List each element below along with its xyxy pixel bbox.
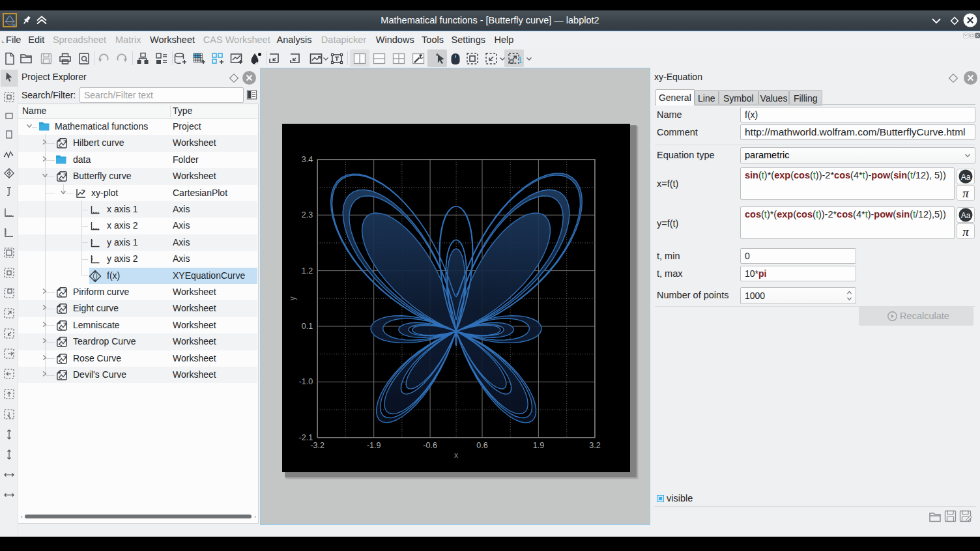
svg-text:-3.2: -3.2 — [310, 441, 324, 450]
svg-text:-1.9: -1.9 — [367, 441, 381, 450]
svg-text:0.6: 0.6 — [476, 441, 487, 450]
svg-text:Aa: Aa — [961, 211, 971, 220]
svg-text:1.2: 1.2 — [302, 266, 313, 276]
svg-text:y: y — [288, 296, 297, 300]
svg-text:-1.0: -1.0 — [299, 377, 313, 386]
svg-text:π: π — [962, 186, 969, 200]
svg-text:x: x — [454, 451, 458, 460]
svg-text:3.2: 3.2 — [589, 441, 600, 450]
svg-text:2.3: 2.3 — [302, 210, 313, 219]
svg-text:1.9: 1.9 — [533, 441, 544, 450]
svg-text:-0.6: -0.6 — [423, 441, 437, 450]
svg-text:Aa: Aa — [961, 173, 971, 182]
svg-text:0.1: 0.1 — [302, 322, 313, 331]
svg-text:3.4: 3.4 — [302, 155, 313, 164]
svg-text:π: π — [962, 225, 969, 238]
